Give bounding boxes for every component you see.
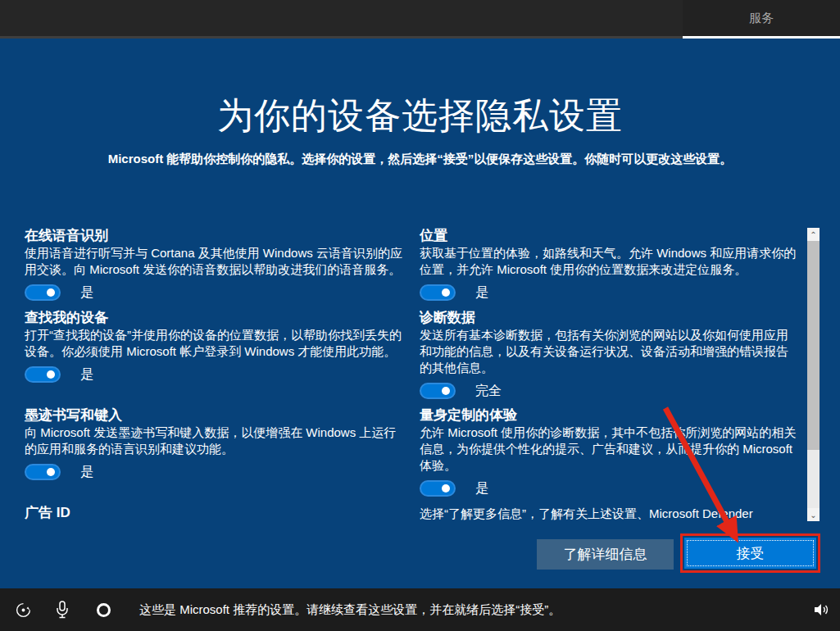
setting-title: 诊断数据: [420, 309, 798, 326]
toggle-state-label: 完全: [475, 383, 502, 400]
setting-description: 发送所有基本诊断数据，包括有关你浏览的网站以及你如何使用应用和功能的信息，以及有…: [420, 327, 798, 376]
ease-of-access-icon[interactable]: [14, 601, 32, 619]
cortana-ring-icon[interactable]: [94, 601, 112, 619]
toggle-state-label: 是: [80, 366, 93, 384]
setting-tailored-experiences: 量身定制的体验 允许 Microsoft 使用你的诊断数据，其中不包括你所浏览的…: [420, 406, 798, 497]
page-title: 为你的设备选择隐私设置: [0, 92, 840, 140]
toggle-knob: [47, 370, 55, 379]
setting-title: 位置: [420, 227, 798, 244]
setting-title: 广告 ID: [25, 504, 406, 521]
scrollbar[interactable]: ⌃ ⌄: [807, 228, 820, 521]
learn-more-button[interactable]: 了解详细信息: [537, 539, 674, 570]
oobe-privacy-screen: 服务 为你的设备选择隐私设置 Microsoft 能帮助你控制你的隐私。选择你的…: [0, 0, 840, 631]
toggle-knob: [47, 288, 55, 297]
setting-diagnostic-data: 诊断数据 发送所有基本诊断数据，包括有关你浏览的网站以及你如何使用应用和功能的信…: [420, 309, 798, 400]
tailored-experiences-toggle[interactable]: [420, 480, 456, 497]
setting-advertising-id: 广告 ID: [25, 504, 406, 522]
toggle-state-label: 是: [80, 284, 93, 302]
setting-title: 墨迹书写和键入: [25, 406, 406, 424]
inking-typing-toggle[interactable]: [25, 464, 61, 480]
setting-description: 允许 Microsoft 使用你的诊断数据，其中不包括你所浏览的网站的相关信息，…: [420, 424, 798, 474]
title-bar: 服务: [0, 0, 840, 39]
setting-location: 位置 获取基于位置的体验，如路线和天气。允许 Windows 和应用请求你的位置…: [420, 227, 798, 302]
accept-highlight-box: 接受: [680, 533, 820, 573]
setting-title: 查找我的设备: [25, 309, 406, 326]
title-bar-divider: [0, 36, 683, 39]
status-message: 这些是 Microsoft 推荐的设置。请继续查看这些设置，并在就绪后选择“接受…: [139, 602, 561, 618]
setting-description: 获取基于位置的体验，如路线和天气。允许 Windows 和应用请求你的位置，并允…: [420, 245, 798, 278]
toggle-knob: [442, 288, 450, 297]
page-subtitle: Microsoft 能帮助你控制你的隐私。选择你的设置，然后选择“接受”以便保存…: [0, 152, 840, 167]
location-toggle[interactable]: [420, 284, 456, 301]
chevron-down-icon[interactable]: ⌄: [807, 508, 820, 521]
setting-description: 打开“查找我的设备”并使用你的设备的位置数据，以帮助你找到丢失的设备。你必须使用…: [25, 327, 406, 360]
tab-service[interactable]: 服务: [683, 0, 840, 39]
toggle-knob: [47, 468, 55, 476]
volume-icon[interactable]: [812, 601, 830, 619]
online-speech-toggle[interactable]: [25, 284, 61, 301]
setting-find-my-device: 查找我的设备 打开“查找我的设备”并使用你的设备的位置数据，以帮助你找到丢失的设…: [25, 309, 406, 384]
diagnostic-data-toggle[interactable]: [420, 383, 456, 399]
accept-button[interactable]: 接受: [684, 538, 816, 569]
toggle-state-label: 是: [80, 464, 93, 481]
setting-description: 向 Microsoft 发送墨迹书写和键入数据，以便增强在 Windows 上运…: [25, 424, 406, 457]
toggle-state-label: 是: [475, 284, 488, 302]
toggle-knob: [442, 387, 450, 395]
microphone-icon[interactable]: [53, 601, 71, 619]
setting-online-speech: 在线语音识别 使用语音进行听写并与 Cortana 及其他使用 Windows …: [25, 227, 406, 302]
setting-inking-typing: 墨迹书写和键入 向 Microsoft 发送墨迹书写和键入数据，以便增强在 Wi…: [25, 406, 406, 481]
toggle-knob: [442, 484, 450, 493]
find-my-device-toggle[interactable]: [25, 366, 61, 383]
chevron-up-icon[interactable]: ⌃: [807, 228, 820, 241]
settings-footnote: 选择“了解更多信息”，了解有关上述设置、Microsoft Defender: [420, 505, 798, 521]
toggle-state-label: 是: [475, 480, 488, 497]
setting-description: 使用语音进行听写并与 Cortana 及其他使用 Windows 云语音识别的应…: [25, 245, 406, 278]
tab-service-label: 服务: [749, 11, 774, 26]
setting-title: 量身定制的体验: [420, 406, 798, 424]
scrollbar-thumb[interactable]: [807, 241, 820, 450]
status-bar: 这些是 Microsoft 推荐的设置。请继续查看这些设置，并在就绪后选择“接受…: [0, 588, 840, 631]
setting-title: 在线语音识别: [25, 227, 406, 244]
